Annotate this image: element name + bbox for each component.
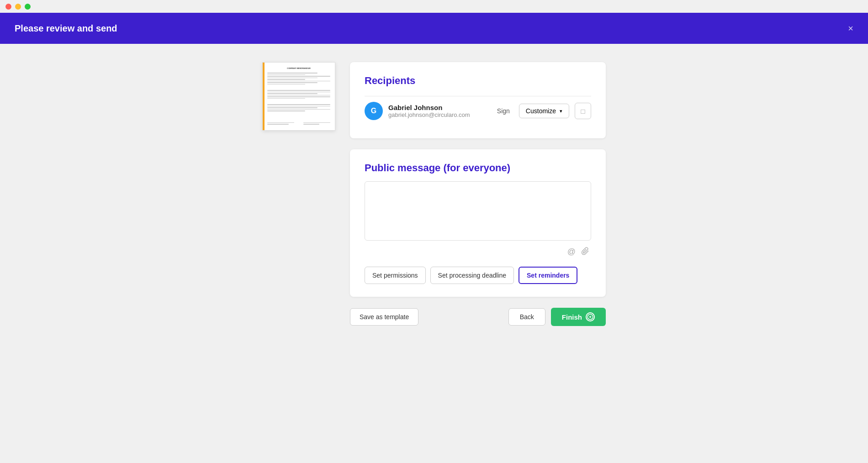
doc-line	[267, 93, 318, 94]
doc-line	[303, 124, 319, 125]
recipients-card: Recipients G Gabriel Johnson gabriel.joh…	[350, 62, 606, 138]
minimize-traffic-light[interactable]	[15, 4, 21, 10]
recipients-title: Recipients	[365, 75, 591, 87]
public-message-card: Public message (for everyone) @ Set perm…	[350, 149, 606, 297]
doc-content: COMPANY MEMORANDUM	[267, 67, 330, 126]
back-button[interactable]: Back	[508, 308, 545, 326]
close-button[interactable]: ×	[848, 24, 853, 33]
recipient-email: gabriel.johnson@circularo.com	[388, 111, 492, 118]
doc-line	[267, 110, 305, 111]
doc-line	[267, 74, 305, 75]
customize-label: Customize	[526, 107, 556, 115]
recipient-name: Gabriel Johnson	[388, 104, 492, 111]
set-reminders-button[interactable]: Set reminders	[519, 267, 577, 284]
doc-line	[267, 104, 330, 105]
doc-line	[267, 107, 318, 108]
maximize-traffic-light[interactable]	[25, 4, 31, 10]
message-title: Public message (for everyone)	[365, 162, 591, 174]
titlebar	[0, 0, 868, 13]
avatar: G	[365, 102, 383, 120]
finish-label: Finish	[562, 313, 582, 321]
main-content: COMPANY MEMORANDUM	[0, 44, 868, 463]
doc-line	[267, 90, 330, 91]
attachment-icon[interactable]	[581, 247, 589, 258]
right-controls: Back Finish	[508, 308, 606, 326]
recipient-info: Gabriel Johnson gabriel.johnson@circular…	[388, 104, 492, 118]
finish-button[interactable]: Finish	[551, 308, 606, 326]
doc-title: COMPANY MEMORANDUM	[267, 67, 330, 70]
set-permissions-button[interactable]: Set permissions	[365, 267, 426, 284]
customize-button[interactable]: Customize ▾	[519, 104, 569, 118]
doc-line	[267, 81, 330, 82]
doc-line	[267, 82, 318, 83]
save-as-template-button[interactable]: Save as template	[350, 308, 418, 326]
close-traffic-light[interactable]	[5, 4, 11, 10]
modal-title: Please review and send	[15, 23, 117, 34]
chevron-down-icon: ▾	[560, 108, 562, 114]
doc-line	[267, 98, 305, 99]
document-preview: COMPANY MEMORANDUM	[262, 62, 335, 131]
doc-line	[267, 73, 318, 74]
doc-line	[267, 78, 318, 79]
doc-line	[267, 92, 330, 93]
comment-icon: □	[581, 107, 585, 115]
recipient-action: Sign	[497, 107, 510, 115]
comment-button[interactable]: □	[575, 103, 591, 119]
action-buttons: Set permissions Set processing deadline …	[365, 267, 591, 284]
doc-line	[267, 76, 330, 77]
bottom-controls: Save as template Back Finish	[350, 308, 606, 326]
textarea-tools: @	[365, 245, 591, 259]
doc-line	[267, 95, 330, 96]
doc-line	[267, 79, 305, 80]
doc-line	[303, 122, 330, 123]
doc-line	[267, 84, 305, 85]
message-textarea[interactable]	[365, 181, 591, 241]
modal-header: Please review and send ×	[0, 13, 868, 44]
doc-line	[267, 124, 289, 125]
recipient-row: G Gabriel Johnson gabriel.johnson@circul…	[365, 96, 591, 126]
finish-icon	[586, 312, 595, 321]
doc-line	[267, 109, 330, 110]
doc-line	[267, 122, 294, 123]
right-panel: Recipients G Gabriel Johnson gabriel.joh…	[350, 62, 606, 326]
mention-icon[interactable]: @	[567, 247, 576, 258]
set-processing-deadline-button[interactable]: Set processing deadline	[430, 267, 514, 284]
doc-accent	[263, 63, 265, 130]
doc-line	[267, 106, 330, 107]
doc-line	[267, 96, 330, 97]
